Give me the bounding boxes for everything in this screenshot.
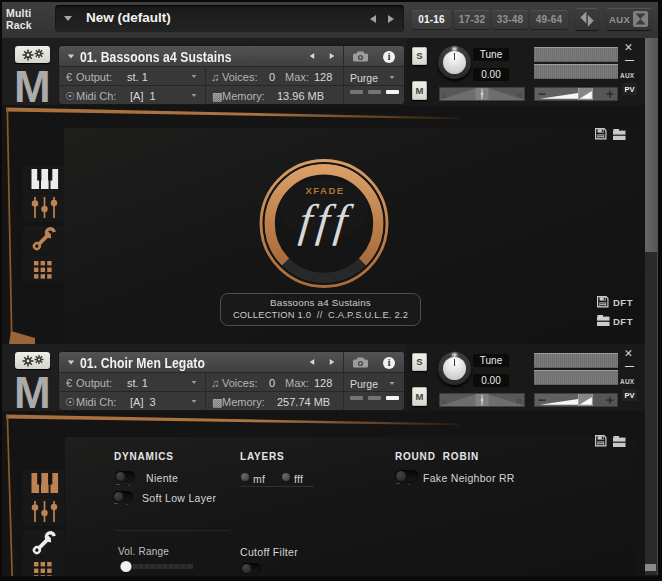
svg-text:R: R	[517, 91, 523, 100]
svg-text:L: L	[443, 397, 447, 406]
svg-text:fff: fff	[297, 195, 356, 246]
svg-text:L: L	[443, 91, 447, 100]
svg-text:R: R	[517, 397, 523, 406]
